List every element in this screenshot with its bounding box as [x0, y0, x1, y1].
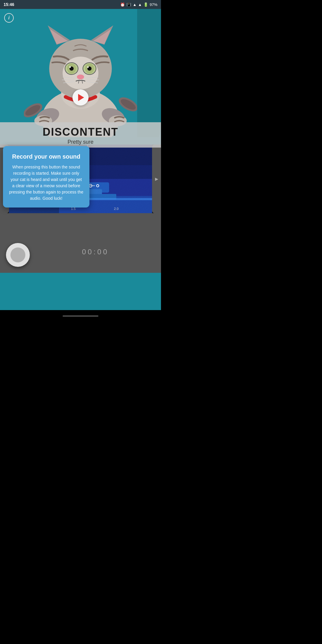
cat-area — [0, 9, 161, 137]
tooltip-body: When pressing this button the sound reco… — [9, 164, 83, 202]
tooltip-popup: Record your own sound When pressing this… — [3, 146, 89, 208]
controls-area: 00:00 ✓ All Pitch ✓ Result Graphics: Hig… — [0, 213, 161, 273]
status-time: 15:46 — [4, 2, 14, 7]
vibrate-icon: 📳 — [126, 2, 131, 7]
home-indicator — [63, 315, 98, 317]
handle-right[interactable]: ▶ — [152, 145, 161, 213]
emotion-area: DISCONTENT Pretty sure — [0, 122, 161, 148]
bottom-bar — [0, 310, 161, 322]
record-button[interactable] — [6, 243, 30, 267]
play-button[interactable] — [72, 89, 89, 106]
status-bar: 15:46 ⏰ 📳 ▲ ▲ 🔋 97% — [0, 0, 161, 9]
emotion-subtitle: Pretty sure — [0, 139, 161, 145]
cat-illustration — [24, 9, 137, 137]
record-button-inner — [10, 247, 25, 262]
alarm-icon: ⏰ — [120, 2, 125, 7]
svg-point-20 — [87, 66, 89, 68]
app-container: i — [0, 9, 161, 322]
right-arrow-icon: ▶ — [155, 177, 158, 181]
svg-point-23 — [77, 75, 84, 79]
info-button[interactable]: i — [4, 13, 14, 23]
svg-text:2.0: 2.0 — [114, 207, 118, 210]
waveform-timer: 00:00 — [82, 248, 109, 256]
battery-percent: 97% — [150, 2, 157, 7]
svg-point-16 — [69, 66, 71, 68]
signal-icon: ▲ — [138, 2, 142, 7]
status-icons: ⏰ 📳 ▲ ▲ 🔋 97% — [120, 2, 157, 7]
wifi-icon: ▲ — [133, 2, 137, 7]
battery-icon: 🔋 — [143, 2, 148, 7]
tooltip-title: Record your own sound — [9, 153, 83, 160]
emotion-title: DISCONTENT — [0, 126, 161, 138]
waveform-area: 00:00 — [36, 243, 155, 261]
